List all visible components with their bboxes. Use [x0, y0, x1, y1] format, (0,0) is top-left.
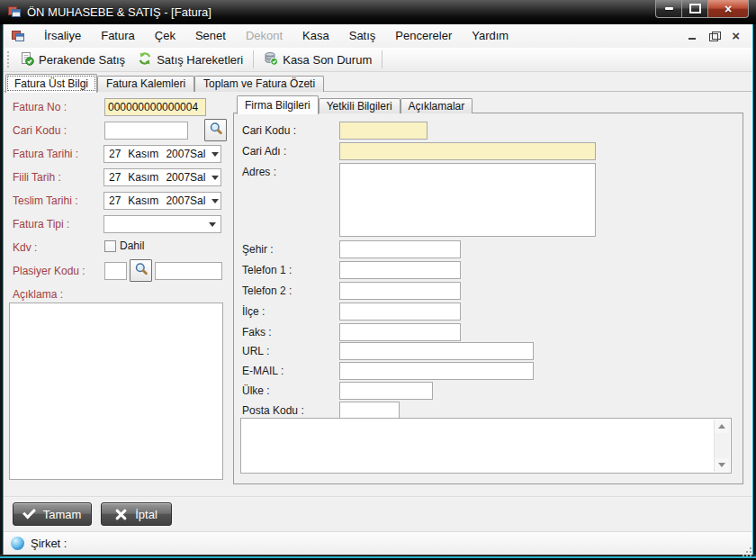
fiili-tarih-label: Fiili Tarih : — [13, 171, 61, 184]
close-button[interactable]: × — [707, 0, 749, 18]
toolbar-grip[interactable] — [7, 51, 9, 68]
app-window: ÖN MUHASEBE & SATIŞ - [Fatura] × İrsaliy… — [0, 0, 756, 560]
company-telefon2-input[interactable] — [339, 282, 461, 300]
company-tabstrip: Firma Bilgileri Yetkili Bilgileri Açıkla… — [237, 95, 472, 114]
date-month: Kasım — [128, 148, 158, 160]
company-faks-input[interactable] — [339, 323, 461, 341]
tab-yetkili-bilgileri[interactable]: Yetkili Bilgileri — [319, 98, 400, 113]
company-url-input[interactable] — [339, 342, 534, 360]
company-adres-textarea[interactable] — [339, 163, 596, 237]
fatura-tipi-combobox[interactable] — [104, 215, 221, 233]
mdi-close-button[interactable]: × — [732, 30, 740, 42]
plasiyer-kodu-label: Plasiyer Kodu : — [13, 265, 86, 277]
iptal-button[interactable]: İptal — [101, 502, 172, 526]
menu-senet[interactable]: Senet — [185, 26, 236, 46]
fiili-tarih-datepicker[interactable]: 27 Kasım 2007 Sal — [104, 168, 221, 186]
menu-cek[interactable]: Çek — [145, 26, 185, 46]
tab-aciklamalar[interactable]: Açıklamalar — [400, 98, 473, 113]
teslim-tarihi-datepicker[interactable]: 27 Kasım 2007 Sal — [104, 192, 221, 210]
kdv-dahil-checkbox-label[interactable]: Dahil — [120, 239, 144, 252]
company-posta-kodu-input[interactable] — [339, 402, 400, 420]
tab-fatura-kalemleri[interactable]: Fatura Kalemleri — [97, 76, 194, 92]
minimize-icon — [665, 7, 673, 10]
cash-register-check-icon — [264, 51, 278, 68]
scroll-up-button[interactable] — [715, 420, 729, 433]
tab-toplam-ve-fatura-ozeti[interactable]: Toplam ve Fatura Özeti — [194, 76, 324, 92]
resize-grip[interactable] — [742, 547, 744, 549]
company-telefon2-label: Telefon 2 : — [242, 285, 292, 297]
company-telefon1-label: Telefon 1 : — [242, 264, 292, 276]
toolbar-kasa-son-durum-button[interactable]: Kasa Son Durum — [257, 50, 378, 70]
company-cari-kodu-label: Cari Kodu : — [242, 124, 296, 137]
window-border-bottom — [0, 555, 756, 560]
company-notes-textarea[interactable] — [240, 418, 732, 474]
company-cari-adi-input[interactable] — [339, 142, 596, 160]
menu-fatura[interactable]: Fatura — [91, 26, 145, 46]
cari-kodu-search-button[interactable] — [204, 119, 227, 141]
chevron-down-icon — [212, 199, 219, 203]
search-icon — [209, 122, 223, 140]
date-day: 27 — [109, 194, 121, 207]
search-icon — [134, 262, 148, 280]
arrow-down-icon — [718, 463, 725, 467]
company-sehir-input[interactable] — [339, 240, 461, 258]
plasiyer-search-button[interactable] — [130, 259, 152, 282]
invoice-check-icon — [20, 51, 34, 68]
company-telefon1-input[interactable] — [339, 261, 461, 279]
tamam-button-label: Tamam — [43, 508, 82, 521]
aciklama-label: Açıklama : — [13, 288, 63, 301]
menu-satis[interactable]: Satış — [339, 26, 386, 46]
close-icon: × — [724, 1, 732, 17]
fatura-no-input[interactable] — [104, 98, 206, 116]
fatura-no-label: Fatura No : — [13, 101, 67, 113]
aciklama-textarea[interactable] — [9, 303, 223, 480]
company-ilce-input[interactable] — [339, 303, 461, 321]
company-ulke-input[interactable] — [339, 382, 433, 400]
company-sehir-label: Şehir : — [242, 243, 274, 256]
menu-irsaliye[interactable]: İrsaliye — [34, 26, 91, 46]
date-weekday: Sal — [190, 194, 205, 207]
company-status-label: Şirket : — [31, 537, 67, 550]
titlebar[interactable]: ÖN MUHASEBE & SATIŞ - [Fatura] × — [0, 0, 756, 24]
teslim-tarihi-label: Teslim Tarihi : — [13, 194, 77, 207]
mdi-restore-button[interactable] — [709, 33, 718, 41]
company-adres-label: Adres : — [242, 166, 276, 178]
mdi-minimize-button[interactable] — [688, 38, 696, 40]
date-day: 27 — [109, 148, 121, 160]
tamam-button[interactable]: Tamam — [13, 502, 92, 526]
company-email-input[interactable] — [339, 362, 534, 380]
tab-fatura-ust-bilgi[interactable]: Fatura Üst Bilgi — [5, 74, 97, 93]
company-tab-page: Cari Kodu : Cari Adı : Adres : Şehir : T… — [233, 113, 743, 484]
toolbar-satis-hareketleri-button[interactable]: Satış Hareketleri — [131, 50, 249, 70]
window-border-left — [0, 24, 4, 555]
window-title: ÖN MUHASEBE & SATIŞ - [Fatura] — [27, 0, 212, 24]
date-weekday: Sal — [190, 148, 205, 160]
date-year: 2007 — [166, 194, 190, 207]
date-year: 2007 — [166, 148, 190, 160]
main-tabstrip: Fatura Üst Bilgi Fatura Kalemleri Toplam… — [5, 74, 324, 93]
toolbar-separator — [382, 50, 382, 68]
toolbar: Perakende Satış Satış Hareketleri — [4, 48, 752, 72]
menu-pencereler[interactable]: Pencereler — [385, 26, 462, 46]
refresh-icon — [138, 51, 152, 68]
company-url-label: URL : — [242, 345, 269, 357]
company-cari-kodu-input[interactable] — [339, 122, 428, 140]
tab-firma-bilgileri[interactable]: Firma Bilgileri — [237, 95, 319, 114]
menu-yardim[interactable]: Yardım — [462, 26, 518, 46]
maximize-button[interactable] — [682, 0, 707, 18]
plasiyer-adi-input[interactable] — [155, 262, 222, 280]
vertical-scrollbar[interactable] — [714, 420, 730, 472]
toolbar-button-label: Kasa Son Durum — [283, 53, 372, 67]
window-border-right — [752, 24, 756, 555]
toolbar-perakende-satis-button[interactable]: Perakende Satış — [14, 50, 131, 70]
minimize-button[interactable] — [655, 0, 682, 18]
scroll-down-button[interactable] — [715, 458, 729, 472]
fatura-tarihi-datepicker[interactable]: 27 Kasım 2007 Sal — [104, 145, 221, 163]
toolbar-button-label: Perakende Satış — [39, 53, 125, 67]
toolbar-button-label: Satış Hareketleri — [157, 53, 243, 67]
plasiyer-kodu-input[interactable] — [104, 262, 127, 280]
menu-kasa[interactable]: Kasa — [292, 26, 339, 46]
cari-kodu-input[interactable] — [104, 122, 188, 140]
kdv-dahil-checkbox[interactable] — [104, 240, 116, 252]
fatura-tipi-label: Fatura Tipi : — [13, 218, 69, 230]
